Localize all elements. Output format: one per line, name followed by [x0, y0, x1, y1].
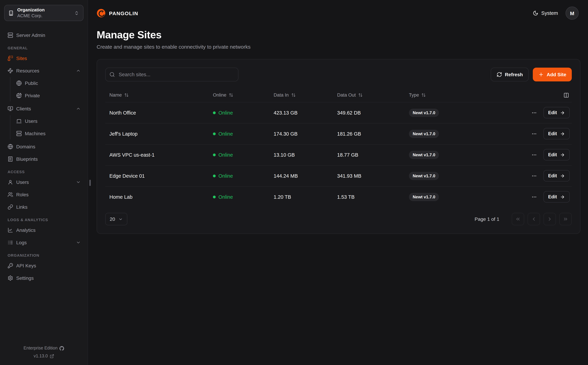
column-header-data-out[interactable]: Data Out [337, 93, 363, 98]
row-menu-button[interactable] [530, 151, 538, 159]
column-header-name[interactable]: Name [109, 93, 129, 98]
sidebar-item-api-keys[interactable]: API Keys [4, 260, 84, 272]
sidebar-item-analytics[interactable]: Analytics [4, 224, 84, 236]
section-label-logs-analytics: Logs & Analytics [7, 218, 80, 222]
online-dot [213, 196, 216, 198]
column-header-online[interactable]: Online [213, 93, 233, 98]
status-badge: Online [213, 110, 233, 116]
sidebar-item-sites[interactable]: Sites [4, 52, 84, 64]
table-row: North Office Online 423.13 GB 349.62 DB … [105, 102, 572, 123]
refresh-button[interactable]: Refresh [491, 68, 529, 81]
site-name: Home Lab [105, 186, 209, 207]
sort-icon [291, 93, 295, 98]
edition-label: Enterprise Edition [23, 344, 57, 352]
logs-icon [7, 240, 13, 245]
data-in-value: 13.10 GB [269, 144, 333, 165]
sidebar-item-server-admin[interactable]: Server Admin [4, 29, 84, 41]
sidebar-item-clients[interactable]: Clients [4, 103, 84, 114]
row-menu-button[interactable] [530, 172, 538, 180]
edition-line[interactable]: Enterprise Edition [23, 344, 64, 352]
row-menu-button[interactable] [530, 193, 538, 201]
sidebar-item-label: Resources [16, 68, 39, 73]
page-size-select[interactable]: 20 [105, 213, 127, 225]
sidebar-item-resources[interactable]: Resources [4, 65, 84, 77]
sidebar-item-links[interactable]: Links [4, 201, 84, 213]
sort-icon [358, 93, 363, 98]
data-out-value: 341.93 MB [333, 165, 405, 186]
ellipsis-icon [531, 152, 537, 157]
building-icon [8, 10, 14, 16]
first-page-button[interactable] [512, 213, 524, 225]
key-icon [7, 263, 13, 268]
avatar[interactable]: M [566, 7, 579, 20]
add-site-button[interactable]: Add Site [533, 68, 572, 81]
sort-icon [229, 93, 233, 98]
row-menu-button[interactable] [530, 108, 538, 117]
chevron-up-icon [76, 68, 81, 73]
edit-button[interactable]: Edit [543, 107, 570, 118]
chart-line-icon [7, 227, 13, 233]
version-line[interactable]: v1.13.0 [34, 352, 54, 360]
site-name: Jeff's Laptop [105, 123, 209, 144]
arrow-right-icon [560, 110, 565, 115]
table-row: Edge Device 01 Online 144.24 MB 341.93 M… [105, 165, 572, 186]
sort-icon [421, 93, 426, 98]
next-page-button[interactable] [544, 213, 556, 225]
sidebar-item-domains[interactable]: Domains [4, 141, 84, 153]
prev-page-button[interactable] [528, 213, 540, 225]
last-page-button[interactable] [559, 213, 572, 225]
column-header-data-in[interactable]: Data In [274, 93, 295, 98]
status-badge: Online [213, 152, 233, 158]
sidebar-item-roles[interactable]: Roles [4, 189, 84, 200]
clients-subnav: Users Machines [10, 115, 84, 139]
edit-button[interactable]: Edit [543, 191, 570, 203]
gear-icon [7, 275, 13, 281]
data-out-value: 349.62 DB [333, 102, 405, 123]
search-input[interactable] [105, 68, 238, 81]
data-in-value: 174.30 GB [269, 123, 333, 144]
sidebar-item-label: Server Admin [16, 32, 45, 38]
brand-logo[interactable]: PANGOLIN [97, 9, 138, 18]
edit-button[interactable]: Edit [543, 149, 570, 161]
page-subtitle: Create and manage sites to enable connec… [97, 44, 579, 50]
refresh-icon [497, 72, 502, 77]
sidebar-item-settings[interactable]: Settings [4, 272, 84, 284]
theme-toggle-button[interactable]: System [533, 10, 558, 16]
org-selector[interactable]: Organization ACME Corp. [4, 5, 84, 21]
data-in-value: 144.24 MB [269, 165, 333, 186]
sites-card: Refresh Add Site Name Online [97, 59, 581, 234]
table-row: Jeff's Laptop Online 174.30 GB 181.26 GB… [105, 123, 572, 144]
github-icon [59, 346, 64, 351]
edit-button[interactable]: Edit [543, 170, 570, 182]
chevron-down-icon [76, 240, 81, 245]
type-badge: Newt v1.7.0 [409, 193, 439, 201]
online-dot [213, 112, 216, 114]
edit-button[interactable]: Edit [543, 128, 570, 139]
sites-icon [7, 56, 13, 61]
sidebar-item-label: Blueprints [16, 156, 38, 162]
sidebar-item-logs[interactable]: Logs [4, 237, 84, 248]
sidebar-item-label: Logs [16, 240, 27, 245]
brand-name: PANGOLIN [109, 10, 138, 16]
type-badge: Newt v1.7.0 [409, 172, 439, 180]
site-name: North Office [105, 102, 209, 123]
sidebar-item-label: API Keys [16, 263, 36, 268]
sidebar-item-blueprints[interactable]: Blueprints [4, 153, 84, 165]
sidebar-item-users[interactable]: Users [4, 176, 84, 188]
column-header-type[interactable]: Type [409, 93, 426, 98]
sidebar-item-private[interactable]: Private [15, 90, 84, 101]
sidebar-item-machines[interactable]: Machines [15, 128, 84, 139]
data-out-value: 18.77 GB [333, 144, 405, 165]
status-badge: Online [213, 173, 233, 179]
toggle-columns-button[interactable] [563, 92, 570, 99]
search-box [105, 68, 238, 81]
sidebar-item-client-users[interactable]: Users [15, 115, 84, 127]
row-menu-button[interactable] [530, 130, 538, 138]
sidebar-item-label: Clients [16, 106, 31, 112]
sort-icon [124, 93, 129, 98]
table-row: AWS VPC us-east-1 Online 13.10 GB 18.77 … [105, 144, 572, 165]
sidebar-item-public[interactable]: Public [15, 77, 84, 89]
topbar: PANGOLIN System M [88, 0, 588, 26]
sidebar-resize-handle[interactable] [89, 180, 91, 186]
page-head: Manage Sites Create and manage sites to … [88, 26, 588, 50]
